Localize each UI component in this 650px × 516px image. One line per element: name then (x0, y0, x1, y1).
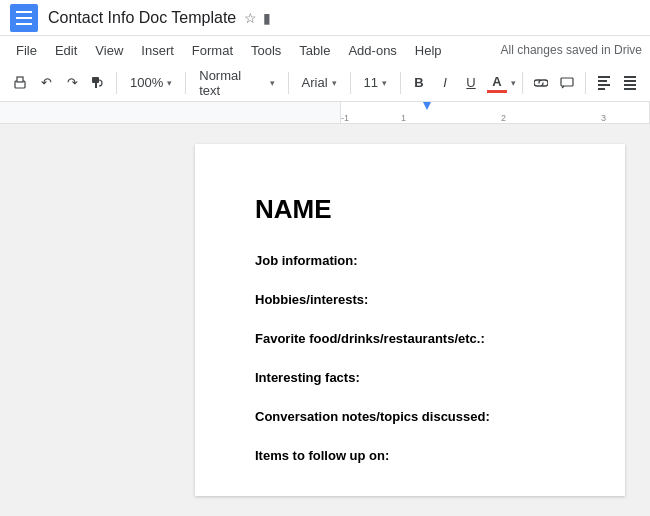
menu-tools[interactable]: Tools (243, 40, 289, 61)
field-followup: Items to follow up on: (255, 448, 565, 463)
save-status: All changes saved in Drive (501, 43, 642, 57)
link-button[interactable] (529, 74, 553, 92)
app-icon (10, 4, 38, 32)
print-button[interactable] (8, 72, 32, 94)
menu-view[interactable]: View (87, 40, 131, 61)
svg-rect-1 (17, 77, 23, 82)
field-conversation: Conversation notes/topics discussed: (255, 409, 565, 424)
underline-button[interactable]: U (459, 71, 483, 94)
menu-edit[interactable]: Edit (47, 40, 85, 61)
folder-icon[interactable]: ▮ (263, 10, 271, 26)
field-facts: Interesting facts: (255, 370, 565, 385)
svg-rect-5 (561, 78, 573, 86)
bold-button[interactable]: B (407, 71, 431, 94)
zoom-dropdown[interactable]: 100% ▾ (123, 72, 179, 93)
doc-page: NAME Job information: Hobbies/interests:… (170, 124, 650, 516)
field-hobbies: Hobbies/interests: (255, 292, 565, 307)
undo-button[interactable]: ↶ (34, 71, 58, 94)
font-dropdown-arrow: ▾ (332, 78, 337, 88)
redo-button[interactable]: ↷ (60, 71, 84, 94)
field-facts-label: Interesting facts: (255, 370, 360, 385)
field-job: Job information: (255, 253, 565, 268)
menu-addons[interactable]: Add-ons (340, 40, 404, 61)
menu-format[interactable]: Format (184, 40, 241, 61)
fontsize-dropdown-arrow: ▾ (382, 78, 387, 88)
paint-format-button[interactable] (86, 72, 110, 94)
italic-button[interactable]: I (433, 71, 457, 94)
menu-bar: File Edit View Insert Format Tools Table… (0, 36, 650, 64)
doc-area: NAME Job information: Hobbies/interests:… (0, 124, 650, 516)
ruler: -1 1 2 3 4 (0, 102, 650, 124)
sidebar-left (0, 124, 170, 516)
field-food-label: Favorite food/drinks/restaurants/etc.: (255, 331, 485, 346)
menu-insert[interactable]: Insert (133, 40, 182, 61)
field-hobbies-label: Hobbies/interests: (255, 292, 368, 307)
title-icons: ☆ ▮ (244, 10, 271, 26)
fontsize-dropdown[interactable]: 11 ▾ (357, 72, 394, 93)
style-dropdown-arrow: ▾ (270, 78, 275, 88)
doc-title[interactable]: Contact Info Doc Template (48, 9, 236, 27)
svg-rect-4 (95, 83, 97, 88)
doc-heading[interactable]: NAME (255, 194, 565, 225)
comment-button[interactable] (555, 73, 579, 93)
toolbar: ↶ ↷ 100% ▾ Normal text ▾ Arial ▾ 11 ▾ B … (0, 64, 650, 102)
svg-rect-3 (92, 77, 99, 83)
field-food: Favorite food/drinks/restaurants/etc.: (255, 331, 565, 346)
text-color-button[interactable]: A (485, 70, 509, 95)
svg-rect-2 (17, 84, 23, 87)
align-left-button[interactable] (592, 72, 616, 94)
field-conversation-label: Conversation notes/topics discussed: (255, 409, 490, 424)
star-icon[interactable]: ☆ (244, 10, 257, 26)
title-bar: Contact Info Doc Template ☆ ▮ (0, 0, 650, 36)
align-options-button[interactable] (618, 72, 642, 94)
field-job-label: Job information: (255, 253, 358, 268)
page: NAME Job information: Hobbies/interests:… (195, 144, 625, 496)
font-dropdown[interactable]: Arial ▾ (295, 72, 344, 93)
style-dropdown[interactable]: Normal text ▾ (192, 65, 281, 101)
menu-table[interactable]: Table (291, 40, 338, 61)
zoom-dropdown-arrow: ▾ (167, 78, 172, 88)
menu-help[interactable]: Help (407, 40, 450, 61)
field-followup-label: Items to follow up on: (255, 448, 389, 463)
text-color-dropdown-arrow[interactable]: ▾ (511, 78, 516, 88)
ruler-cursor[interactable] (423, 102, 431, 110)
menu-file[interactable]: File (8, 40, 45, 61)
